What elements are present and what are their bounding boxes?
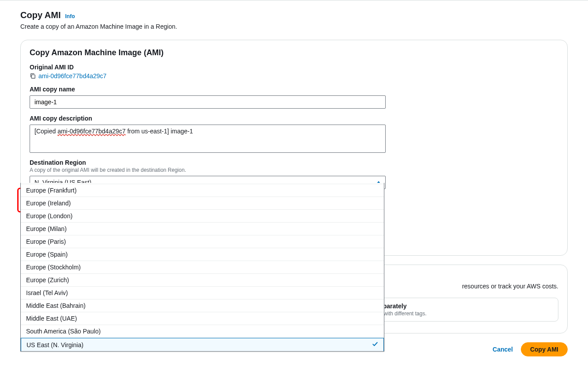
region-option[interactable]: Europe (Ireland) [21, 197, 384, 210]
ami-name-label: AMI copy name [30, 86, 558, 93]
ami-name-input[interactable] [30, 95, 386, 109]
check-icon [372, 341, 378, 348]
original-ami-link[interactable]: ami-0d96fce77bd4a29c7 [38, 72, 106, 80]
copy-icon[interactable] [30, 73, 36, 79]
region-dropdown: Canada (Central)Europe (Frankfurt)Europe… [20, 183, 384, 352]
region-option[interactable]: Europe (Stockholm) [21, 261, 384, 274]
region-option[interactable]: US East (N. Virginia) [21, 338, 384, 352]
ami-desc-label: AMI copy description [30, 115, 558, 122]
region-option-label: South America (São Paulo) [26, 328, 101, 335]
region-option-label: Europe (Paris) [26, 238, 66, 245]
region-option[interactable]: Europe (Paris) [21, 235, 384, 248]
region-option-label: Europe (Zurich) [26, 276, 69, 284]
region-option[interactable]: Europe (Milan) [21, 223, 384, 235]
region-dropdown-list[interactable]: Canada (Central)Europe (Frankfurt)Europe… [21, 183, 384, 352]
tag-option-title-fragment: eparately [379, 303, 552, 310]
tag-option-box[interactable]: eparately s with different tags. [373, 298, 558, 322]
region-option-label: Israel (Tel Aviv) [26, 289, 68, 296]
info-link[interactable]: Info [65, 13, 75, 19]
page-title: Copy AMI [20, 10, 61, 20]
region-option-label: Europe (London) [26, 212, 72, 220]
region-option-label: Europe (Ireland) [26, 200, 71, 207]
region-option[interactable]: Europe (Spain) [21, 248, 384, 261]
region-help: A copy of the original AMI will be creat… [30, 167, 558, 173]
region-option-label: Europe (Milan) [26, 225, 67, 232]
page-subtitle: Create a copy of an Amazon Machine Image… [20, 23, 568, 30]
region-option[interactable]: Europe (Zurich) [21, 274, 384, 287]
region-option-label: Middle East (UAE) [26, 315, 77, 322]
region-option-label: Europe (Frankfurt) [26, 187, 76, 194]
ami-desc-textarea[interactable]: [Copied ami-0d96fce77bd4a29c7 from us-ea… [30, 125, 386, 153]
region-option[interactable]: Middle East (UAE) [21, 312, 384, 325]
region-option[interactable]: Middle East (Bahrain) [21, 299, 384, 312]
original-ami-label: Original AMI ID [30, 64, 558, 71]
svg-rect-0 [31, 75, 35, 78]
region-option-label: Europe (Stockholm) [26, 264, 81, 271]
tag-option-help-fragment: s with different tags. [379, 310, 552, 317]
region-label: Destination Region [30, 159, 558, 166]
region-option[interactable]: Israel (Tel Aviv) [21, 287, 384, 299]
region-option[interactable]: Europe (London) [21, 210, 384, 223]
cancel-button[interactable]: Cancel [491, 342, 515, 356]
region-option[interactable]: Europe (Frankfurt) [21, 184, 384, 197]
panel-title: Copy Amazon Machine Image (AMI) [30, 48, 558, 57]
region-option[interactable]: South America (São Paulo) [21, 325, 384, 338]
copy-ami-button[interactable]: Copy AMI [521, 342, 568, 356]
region-option-label: Europe (Spain) [26, 251, 68, 258]
region-option-label: US East (N. Virginia) [27, 341, 83, 348]
region-option-label: Middle East (Bahrain) [26, 302, 86, 309]
tags-desc-fragment: resources or track your AWS costs. [462, 283, 558, 290]
